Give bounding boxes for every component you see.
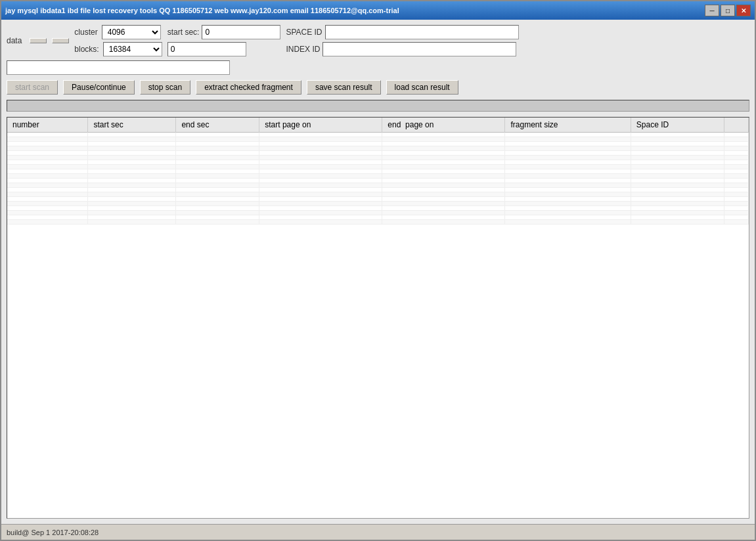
data-table: number start sec end sec start page on e…: [7, 118, 749, 225]
col-start-sec: start sec: [88, 118, 176, 133]
table-row: [7, 192, 749, 197]
table-row: [7, 215, 749, 220]
index-id-row: INDEX ID: [286, 42, 518, 56]
table-row: [7, 220, 749, 225]
table-header-row: number start sec end sec start page on e…: [7, 118, 749, 133]
row2: [7, 60, 749, 75]
start-scan-button[interactable]: start scan: [7, 80, 58, 95]
table-row: [7, 206, 749, 211]
col-start-page-on: start page on: [259, 118, 382, 133]
start-sec-row2: [167, 42, 281, 56]
table-row: [7, 151, 749, 156]
col-number: number: [7, 118, 88, 133]
table-row: [7, 160, 749, 165]
table-row: [7, 183, 749, 188]
window-frame: jay mysql ibdata1 ibd file lost recovery…: [0, 0, 756, 541]
cluster-row: cluster 4096 512 1024 2048 8192: [74, 25, 162, 39]
title-bar: jay mysql ibdata1 ibd file lost recovery…: [1, 1, 755, 20]
pause-continue-button[interactable]: Pause/continue: [63, 80, 135, 95]
start-sec-label: start sec:: [167, 28, 200, 37]
file-source-button[interactable]: [30, 38, 47, 43]
table-row: [7, 137, 749, 142]
table-row: [7, 211, 749, 215]
start-sec-input2[interactable]: [167, 42, 246, 56]
start-sec-row1: start sec:: [167, 25, 281, 39]
table-container[interactable]: number start sec end sec start page on e…: [7, 117, 749, 519]
path-input[interactable]: [7, 60, 230, 75]
table-row: [7, 169, 749, 174]
space-index-group: SPACE ID INDEX ID: [286, 25, 518, 56]
row1: data cluster 4096 512 1024 2048 8192: [7, 25, 749, 56]
col-fragment-size: fragment size: [505, 118, 631, 133]
content-area: data cluster 4096 512 1024 2048 8192: [1, 20, 755, 524]
col-end-page-on: end page on: [382, 118, 505, 133]
save-scan-result-button[interactable]: save scan result: [307, 80, 381, 95]
space-id-row: SPACE ID: [286, 25, 518, 39]
minimize-button[interactable]: ─: [705, 5, 719, 16]
blocks-row: blocks: 16384 4096 8192 32768: [74, 42, 162, 56]
table-row: [7, 156, 749, 160]
table-row: [7, 197, 749, 202]
table-row: [7, 142, 749, 146]
load-scan-result-button[interactable]: load scan result: [386, 80, 458, 95]
col-end-sec: end sec: [176, 118, 259, 133]
status-text: build@ Sep 1 2017-20:08:28: [7, 529, 99, 536]
table-row: [7, 174, 749, 179]
stop-scan-button[interactable]: stop scan: [140, 80, 190, 95]
status-bar: build@ Sep 1 2017-20:08:28: [1, 524, 755, 540]
extract-checked-button[interactable]: extract checked fragment: [196, 80, 301, 95]
table-row: [7, 133, 749, 137]
start-sec-input[interactable]: [202, 25, 280, 39]
index-id-label: INDEX ID: [286, 45, 320, 54]
cluster-select[interactable]: 4096 512 1024 2048 8192: [102, 25, 161, 39]
table-row: [7, 165, 749, 169]
space-id-label: SPACE ID: [286, 28, 322, 37]
start-sec-group: start sec:: [167, 25, 281, 56]
progress-bar-container: [7, 100, 749, 112]
cluster-label: cluster: [74, 28, 97, 37]
space-id-input[interactable]: [325, 25, 519, 39]
disk-part-button[interactable]: [52, 38, 69, 43]
table-row: [7, 146, 749, 151]
title-bar-controls: ─ □ ✕: [705, 5, 751, 16]
maximize-button[interactable]: □: [721, 5, 735, 16]
index-id-input[interactable]: [322, 42, 516, 56]
table-row: [7, 188, 749, 192]
title-bar-text: jay mysql ibdata1 ibd file lost recovery…: [5, 7, 705, 14]
blocks-label: blocks:: [74, 45, 99, 54]
table-body: [7, 133, 749, 225]
top-section: data cluster 4096 512 1024 2048 8192: [7, 25, 749, 75]
table-row: [7, 202, 749, 206]
col-extra: [724, 118, 749, 133]
table-row: [7, 179, 749, 183]
cluster-blocks-group: cluster 4096 512 1024 2048 8192 blocks: …: [74, 25, 162, 56]
scan-controls: start scan Pause/continue stop scan extr…: [7, 80, 749, 95]
close-button[interactable]: ✕: [736, 5, 751, 16]
data-label: data: [7, 36, 22, 45]
blocks-select[interactable]: 16384 4096 8192 32768: [103, 42, 162, 56]
col-space-id: Space ID: [631, 118, 724, 133]
